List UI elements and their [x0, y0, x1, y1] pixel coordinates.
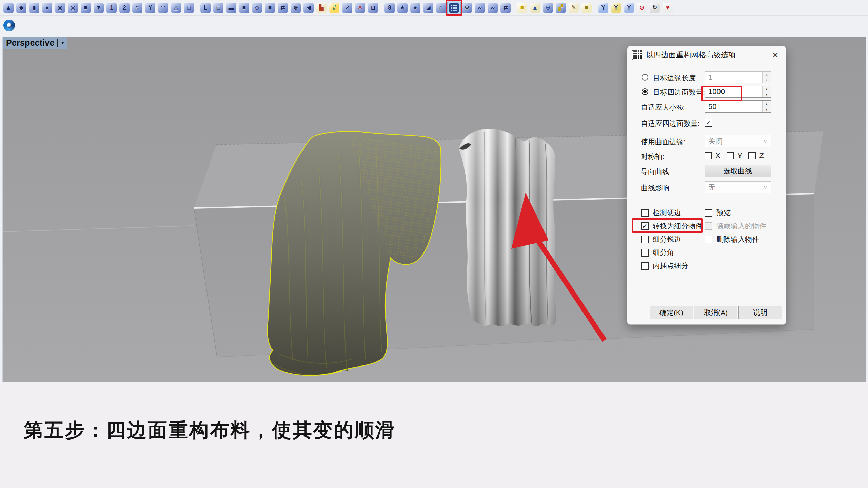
ramp-cube-icon[interactable]: ◢	[422, 1, 435, 15]
symmetry-z-checkbox[interactable]	[748, 152, 756, 159]
quad-count-input[interactable]: 1000 ▲ ▼	[705, 86, 771, 98]
surface-edges-dropdown[interactable]: 关闭 ∨	[705, 135, 771, 147]
star-icon[interactable]: ★	[396, 1, 409, 15]
edge-length-input[interactable]: 1 ▲ ▼	[705, 71, 771, 83]
quad-sphere-icon[interactable]: ⊕	[289, 1, 302, 15]
adaptive-quad-checkbox[interactable]: ✓	[705, 119, 712, 127]
link-spheres-icon-glyph: ∞	[475, 3, 485, 13]
dialog-button-3[interactable]: 说明	[738, 306, 782, 319]
select-curves-button[interactable]: 选取曲线	[705, 165, 771, 177]
bridge-icon-glyph: ⇄	[278, 3, 288, 13]
checkbox-检测硬边[interactable]	[641, 209, 649, 217]
select-pencil-icon[interactable]: ✎	[567, 1, 580, 15]
select-surface-icon-glyph: ▲	[530, 3, 540, 13]
steps-icon-glyph: ▙	[316, 3, 327, 13]
quadremesh-icon[interactable]	[448, 1, 460, 15]
hex-prism-icon[interactable]: ◇	[251, 1, 263, 15]
checkbox-细分角[interactable]	[641, 249, 649, 257]
checkbox-label: 检测硬边	[653, 208, 681, 218]
extract-cube-icon[interactable]: ↗	[341, 1, 354, 15]
curve-influence-dropdown[interactable]: 无 ∨	[705, 181, 771, 193]
subd-corner-1-icon[interactable]: 1	[105, 1, 118, 15]
blob-icon[interactable]: ●	[409, 1, 422, 15]
capsule-icon[interactable]: ▬	[225, 1, 238, 15]
subd-cube-grid-icon[interactable]: □	[182, 1, 195, 15]
band-icon[interactable]: ∩	[435, 1, 448, 15]
subd-truncated-cone-icon[interactable]: ◆	[15, 1, 28, 15]
wrench-icon[interactable]: ⚙	[460, 1, 473, 15]
subd-torus-icon[interactable]: ◎	[66, 1, 79, 15]
option-row: 细分锐边	[641, 234, 681, 244]
sync-swirl-icon[interactable]	[3, 20, 15, 31]
subd-wave-icon[interactable]: ≈	[131, 1, 144, 15]
purge-icon[interactable]: ⊔	[367, 1, 379, 15]
subd-box-icon[interactable]: ■	[79, 1, 92, 15]
spinner-down-icon: ▼	[763, 77, 771, 83]
checkbox-预览[interactable]	[705, 209, 712, 217]
subd-plane-icon[interactable]: △	[170, 1, 182, 15]
checkbox-细分锐边[interactable]	[641, 236, 649, 243]
checkbox-删除输入物件[interactable]	[705, 236, 712, 243]
viewport-menu-arrow-icon[interactable]: ▼	[61, 40, 65, 45]
control-frame-icon[interactable]: □	[212, 1, 225, 15]
adaptive-size-spinner[interactable]: ▲ ▼	[762, 101, 771, 112]
close-icon[interactable]: ✕	[770, 50, 781, 61]
chevron-down-icon: ∨	[763, 184, 767, 191]
link-spheres-icon[interactable]: ∞	[473, 1, 486, 15]
stitch-icon[interactable]: ≡	[263, 1, 276, 15]
steps-icon[interactable]: ▙	[315, 1, 328, 15]
subd-corner-2-icon[interactable]: 2	[118, 1, 131, 15]
checkbox-内插点细分[interactable]	[641, 262, 649, 270]
subd-ellipsoid-icon[interactable]: ◉	[54, 1, 66, 15]
insert-edge-icon[interactable]: ◀	[302, 1, 315, 15]
toolbar-separator	[595, 3, 595, 13]
secondary-toolbar-row	[0, 16, 868, 37]
rotate-filter-icon[interactable]: ↻	[648, 1, 661, 15]
subd-box-icon-glyph: ■	[81, 3, 91, 13]
subd-cone-icon[interactable]: ▲	[2, 1, 15, 15]
checkbox-label: 转换为细分物件	[653, 221, 703, 231]
subd-multipipe-icon[interactable]: Y	[144, 1, 157, 15]
pipe-elbow-icon-glyph: L	[200, 3, 211, 13]
symmetry-x-checkbox[interactable]	[705, 152, 712, 159]
subd-lathe-icon[interactable]: ▼	[92, 1, 105, 15]
solid-box-icon[interactable]: ■	[238, 1, 251, 15]
select-panels-icon[interactable]: ▞	[554, 1, 567, 15]
viewport-title-tab[interactable]: Perspective ▼	[3, 37, 67, 49]
figure8-icon[interactable]: 8	[383, 1, 396, 15]
dialog-titlebar[interactable]: 以四边面重构网格高级选项 ✕	[627, 46, 786, 64]
symmetry-y-checkbox[interactable]	[727, 152, 734, 159]
select-surface-icon[interactable]: ▲	[529, 1, 541, 15]
radial-symmetry-1-icon[interactable]: Y	[597, 1, 610, 15]
subd-patch-icon[interactable]: ◠	[157, 1, 170, 15]
disable-filter-icon[interactable]: ⊘	[635, 1, 648, 15]
subd-sphere-icon[interactable]: ●	[41, 1, 54, 15]
solid-box-icon-glyph: ■	[239, 3, 249, 13]
spinner-down-icon: ▼	[763, 107, 771, 112]
dialog-button-1[interactable]: 确定(K)	[650, 306, 693, 319]
checkbox-转换为细分物件[interactable]: ✓	[641, 222, 649, 230]
dialog-button-2[interactable]: 取消(A)	[694, 306, 737, 319]
heart-points-icon[interactable]: ♥	[661, 1, 674, 15]
edge-length-spinner[interactable]: ▲ ▼	[762, 72, 771, 83]
select-sphere-icon[interactable]: ⊕	[541, 1, 554, 15]
select-cube-icon[interactable]: ■	[516, 1, 529, 15]
quad-count-spinner[interactable]: ▲ ▼	[762, 86, 771, 97]
bridge-icon[interactable]: ⇄	[276, 1, 289, 15]
checkbox-label: 细分锐边	[653, 234, 681, 244]
link-cubes-icon[interactable]: ∞	[486, 1, 499, 15]
swap-cubes-icon[interactable]: ⇄	[499, 1, 512, 15]
quad-count-radio[interactable]	[642, 88, 648, 95]
radial-symmetry-3-icon[interactable]: Y	[623, 1, 635, 15]
checkbox-label: 删除输入物件	[716, 234, 759, 244]
radial-symmetry-2-icon[interactable]: Y	[610, 1, 623, 15]
delete-face-icon[interactable]: ✕	[354, 1, 367, 15]
option-row: 检测硬边	[641, 208, 681, 218]
insert-edge-icon-glyph: ◀	[303, 3, 314, 13]
subd-cylinder-icon[interactable]: ▮	[28, 1, 41, 15]
edge-length-radio[interactable]	[642, 74, 648, 81]
quad-grid-icon[interactable]: #	[328, 1, 341, 15]
adaptive-size-input[interactable]: 50 ▲ ▼	[705, 100, 771, 113]
select-list-icon[interactable]: ≡	[580, 1, 593, 15]
pipe-elbow-icon[interactable]: L	[199, 1, 212, 15]
